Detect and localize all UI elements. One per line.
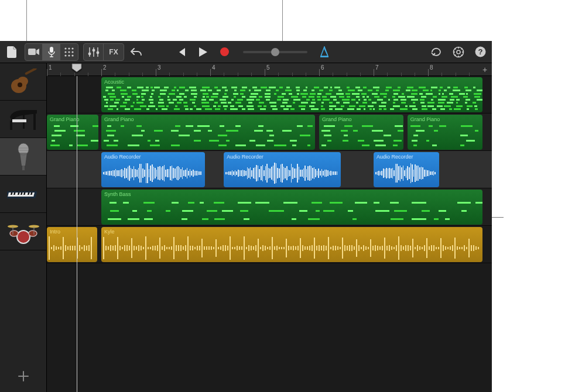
region-label: Intro [50, 229, 94, 235]
ruler[interactable]: + 12345678 [47, 63, 492, 76]
region-label: Grand Piano [50, 116, 95, 123]
region-content [375, 161, 437, 185]
tracks-area: AcousticGrand PianoGrand PianoGrand Pian… [47, 76, 492, 392]
region[interactable]: Acoustic [101, 77, 482, 112]
add-section-button[interactable]: + [480, 65, 490, 74]
transport [177, 47, 229, 57]
region[interactable]: Grand Piano [101, 115, 315, 150]
region[interactable]: Kyle [101, 227, 482, 262]
timeline[interactable]: + 12345678 AcousticGrand PianoGrand Pian… [47, 63, 492, 392]
fx-button[interactable]: FX [104, 44, 124, 60]
svg-point-9 [68, 54, 70, 56]
region-content [103, 198, 481, 223]
help-button[interactable]: ? [475, 46, 486, 57]
region[interactable]: Grand Piano [47, 115, 98, 150]
add-track-button[interactable] [0, 360, 47, 392]
svg-rect-34 [25, 68, 37, 75]
region-content [49, 236, 95, 260]
region[interactable]: Audio Recorder [374, 152, 439, 187]
svg-point-14 [88, 52, 91, 55]
region[interactable]: Audio Recorder [224, 152, 341, 187]
region-label: Grand Piano [104, 116, 312, 123]
track-lane-synth-bass[interactable]: Synth Bass [47, 188, 492, 226]
track-lane-acoustic-guitar[interactable]: Acoustic [47, 76, 492, 114]
track-header-synth-bass[interactable] [0, 176, 46, 213]
track-header-audio-recorder[interactable] [0, 138, 46, 176]
bar-label: 8 [430, 64, 433, 71]
record-button[interactable] [220, 47, 229, 56]
svg-point-10 [71, 54, 73, 56]
track-lane-grand-piano[interactable]: Grand PianoGrand PianoGrand PianoGrand P… [47, 114, 492, 151]
play-button[interactable] [199, 47, 207, 57]
svg-point-7 [71, 51, 73, 53]
region[interactable]: Grand Piano [319, 115, 403, 150]
track-lane-drums[interactable]: IntroKyle [47, 226, 492, 263]
volume-thumb[interactable] [271, 48, 279, 56]
bar-label: 3 [158, 64, 161, 71]
region-content [409, 123, 481, 148]
svg-point-20 [457, 50, 460, 54]
track-controls-button[interactable] [84, 44, 104, 60]
mic-icon [7, 143, 40, 171]
region[interactable]: Audio Recorder [101, 152, 205, 187]
svg-rect-36 [33, 112, 36, 130]
playhead[interactable] [77, 76, 77, 392]
settings-button[interactable] [453, 46, 464, 58]
region-content [321, 123, 402, 148]
region-content [103, 161, 203, 185]
camera-input-button[interactable] [25, 44, 43, 60]
track-header-drums[interactable] [0, 213, 46, 250]
region-label: Grand Piano [322, 116, 401, 123]
track-headers [0, 63, 47, 392]
region-label: Audio Recorder [227, 154, 338, 160]
region[interactable]: Synth Bass [101, 190, 482, 225]
keyboard-icon [7, 180, 40, 208]
toolbar: FX ? [0, 41, 492, 63]
svg-point-33 [18, 82, 22, 87]
microphone-input-button[interactable] [43, 44, 60, 60]
bar-label: 7 [375, 64, 379, 71]
svg-point-55 [29, 231, 37, 236]
input-mode-group [25, 43, 78, 61]
svg-point-6 [68, 51, 70, 53]
region-label: Acoustic [104, 79, 480, 85]
master-volume-slider[interactable] [243, 51, 307, 53]
region[interactable]: Intro [47, 227, 97, 262]
region[interactable]: Grand Piano [408, 115, 482, 150]
svg-point-2 [64, 47, 66, 49]
app-window: FX ? [0, 41, 492, 392]
grid-input-button[interactable] [60, 44, 78, 60]
region-label: Grand Piano [410, 116, 480, 123]
metronome-button[interactable] [314, 44, 334, 60]
svg-point-3 [68, 47, 70, 49]
track-header-grand-piano[interactable] [0, 101, 46, 138]
region-content [49, 123, 97, 148]
region-label: Audio Recorder [104, 154, 202, 160]
svg-rect-40 [22, 166, 25, 170]
loop-browser-button[interactable] [430, 47, 442, 57]
track-header-acoustic-guitar[interactable] [0, 63, 46, 101]
region-label: Synth Bass [104, 191, 480, 198]
track-lane-audio-recorder[interactable]: Audio RecorderAudio RecorderAudio Record… [47, 151, 492, 188]
svg-rect-1 [50, 47, 53, 53]
svg-point-54 [10, 231, 18, 236]
svg-rect-0 [28, 49, 36, 55]
svg-point-53 [17, 231, 30, 243]
svg-rect-35 [10, 121, 12, 130]
svg-rect-18 [320, 56, 328, 57]
guitar-icon [7, 68, 40, 96]
svg-point-16 [96, 51, 99, 54]
svg-point-15 [92, 49, 95, 51]
region-content [103, 236, 481, 260]
my-songs-button[interactable] [2, 44, 22, 60]
region-content [225, 161, 339, 185]
bar-label: 1 [49, 64, 52, 71]
region-content [103, 86, 481, 111]
bar-label: 5 [266, 64, 270, 71]
bar-label: 4 [212, 64, 215, 71]
region-label: Audio Recorder [377, 154, 436, 160]
svg-point-8 [64, 54, 66, 56]
playhead-handle[interactable] [71, 63, 82, 73]
go-to-start-button[interactable] [177, 47, 186, 57]
undo-button[interactable] [126, 44, 146, 60]
